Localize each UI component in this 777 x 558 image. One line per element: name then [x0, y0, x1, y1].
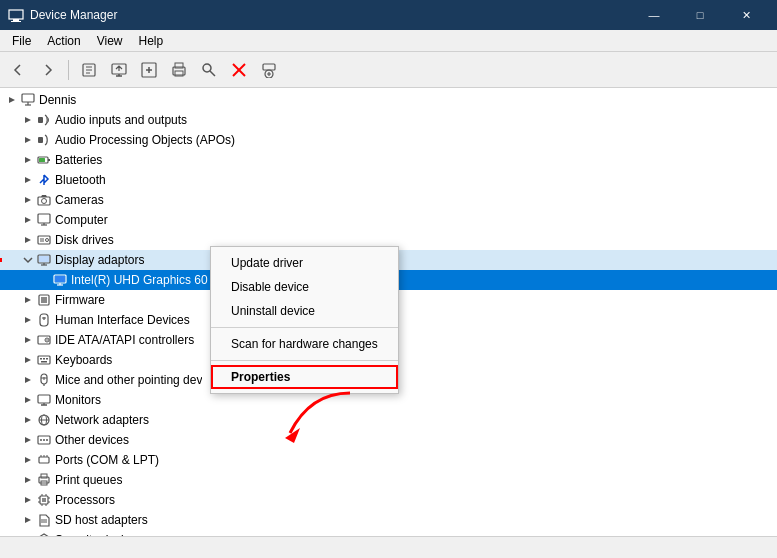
menu-help[interactable]: Help [131, 30, 172, 52]
audio-expand-icon[interactable] [20, 112, 36, 128]
ports-expand-icon[interactable] [20, 452, 36, 468]
tree-item-network[interactable]: Network adapters [0, 410, 777, 430]
ide-expand-icon[interactable] [20, 332, 36, 348]
tree-item-bluetooth[interactable]: Bluetooth [0, 170, 777, 190]
svg-rect-44 [55, 276, 65, 282]
security-expand-icon[interactable] [20, 532, 36, 536]
computer-expand-icon[interactable] [20, 212, 36, 228]
update-driver-button[interactable] [105, 56, 133, 84]
sd-expand-icon[interactable] [20, 512, 36, 528]
disk-icon [36, 232, 52, 248]
properties-button[interactable] [75, 56, 103, 84]
svg-rect-26 [48, 159, 50, 161]
network-expand-icon[interactable] [20, 412, 36, 428]
tree-item-other[interactable]: Other devices [0, 430, 777, 450]
toolbar-sep-1 [68, 60, 69, 80]
tree-item-ports[interactable]: Ports (COM & LPT) [0, 450, 777, 470]
add-button[interactable] [255, 56, 283, 84]
maximize-button[interactable]: □ [677, 0, 723, 30]
ide-label: IDE ATA/ATAPI controllers [55, 333, 194, 347]
svg-point-72 [43, 439, 45, 441]
close-button[interactable]: ✕ [723, 0, 769, 30]
tree-item-security[interactable]: Security devices [0, 530, 777, 536]
svg-point-71 [40, 439, 42, 441]
keyboards-expand-icon[interactable] [20, 352, 36, 368]
batteries-expand-icon[interactable] [20, 152, 36, 168]
bluetooth-expand-icon[interactable] [20, 172, 36, 188]
tree-item-cameras[interactable]: Cameras [0, 190, 777, 210]
processors-icon [36, 492, 52, 508]
tree-root[interactable]: Dennis [0, 90, 777, 110]
intel-gpu-label: Intel(R) UHD Graphics 60 [71, 273, 208, 287]
context-menu-sep-2 [211, 360, 398, 361]
hid-icon [36, 312, 52, 328]
context-menu-disable-device[interactable]: Disable device [211, 275, 398, 299]
svg-rect-1 [13, 19, 19, 21]
svg-point-54 [46, 339, 48, 341]
apo-label: Audio Processing Objects (APOs) [55, 133, 235, 147]
context-menu-update-driver[interactable]: Update driver [211, 251, 398, 275]
display-expand-icon[interactable] [20, 252, 36, 268]
svg-line-15 [210, 71, 215, 76]
cameras-expand-icon[interactable] [20, 192, 36, 208]
search-button[interactable] [195, 56, 223, 84]
menu-action[interactable]: Action [39, 30, 88, 52]
remove-button[interactable] [225, 56, 253, 84]
window-title: Device Manager [30, 8, 631, 22]
print-button[interactable] [165, 56, 193, 84]
back-button[interactable] [4, 56, 32, 84]
audio-icon [36, 112, 52, 128]
apo-expand-icon[interactable] [20, 132, 36, 148]
svg-rect-64 [38, 395, 50, 403]
ports-label: Ports (COM & LPT) [55, 453, 159, 467]
processors-expand-icon[interactable] [20, 492, 36, 508]
tree-item-print[interactable]: Print queues [0, 470, 777, 490]
svg-point-34 [46, 239, 49, 242]
scan-button[interactable] [135, 56, 163, 84]
hid-label: Human Interface Devices [55, 313, 190, 327]
context-menu: Update driver Disable device Uninstall d… [210, 246, 399, 394]
disk-expand-icon[interactable] [20, 232, 36, 248]
print-expand-icon[interactable] [20, 472, 36, 488]
security-label: Security devices [55, 533, 142, 536]
root-expand-icon[interactable] [4, 92, 20, 108]
forward-button[interactable] [34, 56, 62, 84]
other-expand-icon[interactable] [20, 432, 36, 448]
tree-item-apo[interactable]: Audio Processing Objects (APOs) [0, 130, 777, 150]
computer-label: Computer [55, 213, 108, 227]
svg-rect-74 [39, 457, 49, 463]
mice-label: Mice and other pointing dev [55, 373, 202, 387]
tree-item-audio[interactable]: Audio inputs and outputs [0, 110, 777, 130]
svg-rect-27 [39, 158, 45, 162]
svg-rect-38 [0, 258, 2, 262]
menu-file[interactable]: File [4, 30, 39, 52]
context-menu-properties[interactable]: Properties [211, 365, 398, 389]
processors-label: Processors [55, 493, 115, 507]
svg-rect-42 [39, 256, 49, 262]
monitors-expand-icon[interactable] [20, 392, 36, 408]
menu-view[interactable]: View [89, 30, 131, 52]
minimize-button[interactable]: — [631, 0, 677, 30]
apo-icon [36, 132, 52, 148]
arrow-indicator [0, 252, 4, 271]
svg-rect-55 [38, 356, 50, 364]
batteries-label: Batteries [55, 153, 102, 167]
toolbar [0, 52, 777, 88]
sd-label: SD host adapters [55, 513, 148, 527]
context-menu-scan[interactable]: Scan for hardware changes [211, 332, 398, 356]
disk-label: Disk drives [55, 233, 114, 247]
tree-item-computer[interactable]: Computer [0, 210, 777, 230]
mice-expand-icon[interactable] [20, 372, 36, 388]
app-icon [8, 7, 24, 23]
svg-rect-48 [41, 297, 47, 303]
svg-rect-24 [38, 137, 43, 143]
tree-item-processors[interactable]: Processors [0, 490, 777, 510]
firmware-expand-icon[interactable] [20, 292, 36, 308]
tree-item-sd[interactable]: SD host adapters [0, 510, 777, 530]
other-label: Other devices [55, 433, 129, 447]
bluetooth-label: Bluetooth [55, 173, 106, 187]
hid-expand-icon[interactable] [20, 312, 36, 328]
context-menu-uninstall-device[interactable]: Uninstall device [211, 299, 398, 323]
tree-item-batteries[interactable]: Batteries [0, 150, 777, 170]
intel-gpu-icon [52, 272, 68, 288]
